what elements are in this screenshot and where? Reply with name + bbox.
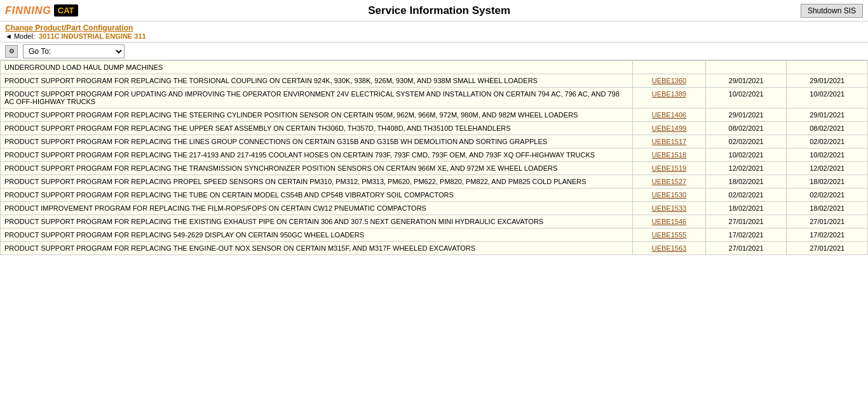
- issue-date-cell: 27/01/2021: [705, 215, 787, 228]
- description-cell: PRODUCT SUPPORT PROGRAM FOR REPLACING TH…: [1, 242, 633, 255]
- description-cell: PRODUCT SUPPORT PROGRAM FOR REPLACING TH…: [1, 215, 633, 228]
- document-link[interactable]: UEBE1530: [652, 191, 686, 199]
- navbar: ⚙ Go To: Select Section: [0, 43, 868, 60]
- revision-date-cell: 27/01/2021: [787, 242, 868, 255]
- description-cell: PRODUCT SUPPORT PROGRAM FOR REPLACING TH…: [1, 135, 633, 149]
- description-cell: PRODUCT SUPPORT PROGRAM FOR REPLACING TH…: [1, 149, 633, 162]
- revision-date-cell: 02/02/2021: [787, 188, 868, 202]
- cat-logo: CAT: [54, 4, 78, 17]
- document-link[interactable]: UEBE1360: [652, 77, 686, 84]
- shutdown-button[interactable]: Shutdown SIS: [801, 4, 863, 18]
- document-link[interactable]: UEBE1555: [652, 231, 686, 239]
- table-row: PRODUCT IMPROVEMENT PROGRAM FOR REPLACIN…: [1, 202, 868, 215]
- issue-date-cell: 08/02/2021: [705, 122, 787, 135]
- change-product-link[interactable]: Change Product/Part Configuration: [5, 23, 133, 32]
- description-cell: UNDERGROUND LOAD HAUL DUMP MACHINES: [1, 61, 633, 74]
- issue-date-cell: 18/02/2021: [705, 175, 787, 188]
- issue-date-cell: 18/02/2021: [705, 202, 787, 215]
- navigation-icon[interactable]: ⚙: [5, 45, 18, 58]
- document-cell[interactable]: UEBE1533: [633, 202, 706, 215]
- description-cell: PRODUCT IMPROVEMENT PROGRAM FOR REPLACIN…: [1, 202, 633, 215]
- revision-date-cell: 27/01/2021: [787, 215, 868, 228]
- description-cell: PRODUCT SUPPORT PROGRAM FOR REPLACING PR…: [1, 175, 633, 188]
- issue-date-cell: 02/02/2021: [705, 135, 787, 149]
- table-row: PRODUCT SUPPORT PROGRAM FOR REPLACING TH…: [1, 122, 868, 135]
- model-prefix: ◄ Model:: [5, 32, 35, 40]
- description-cell: PRODUCT SUPPORT PROGRAM FOR REPLACING TH…: [1, 74, 633, 88]
- document-cell[interactable]: UEBE1530: [633, 188, 706, 202]
- issue-date-cell: 12/02/2021: [705, 162, 787, 175]
- document-cell[interactable]: UEBE1518: [633, 149, 706, 162]
- table-row: PRODUCT SUPPORT PROGRAM FOR REPLACING PR…: [1, 175, 868, 188]
- document-cell[interactable]: UEBE1546: [633, 215, 706, 228]
- revision-date-cell: 12/02/2021: [787, 162, 868, 175]
- revision-date-cell: 17/02/2021: [787, 228, 868, 242]
- revision-date-cell: 10/02/2021: [787, 88, 868, 109]
- document-link[interactable]: UEBE1406: [652, 111, 686, 119]
- description-cell: PRODUCT SUPPORT PROGRAM FOR REPLACING TH…: [1, 162, 633, 175]
- goto-select[interactable]: Go To: Select Section: [23, 44, 125, 58]
- table-row: PRODUCT SUPPORT PROGRAM FOR REPLACING TH…: [1, 188, 868, 202]
- document-cell[interactable]: UEBE1360: [633, 74, 706, 88]
- model-value: 3011C INDUSTRIAL ENGINE 311: [39, 32, 146, 40]
- revision-date-cell: 10/02/2021: [787, 149, 868, 162]
- issue-date-cell: 10/02/2021: [705, 149, 787, 162]
- issue-date-cell: [705, 61, 787, 74]
- main-content[interactable]: UNDERGROUND LOAD HAUL DUMP MACHINESPRODU…: [0, 60, 868, 407]
- table-row: PRODUCT SUPPORT PROGRAM FOR REPLACING 54…: [1, 228, 868, 242]
- description-cell: PRODUCT SUPPORT PROGRAM FOR UPDATING AND…: [1, 88, 633, 109]
- table-row: PRODUCT SUPPORT PROGRAM FOR REPLACING TH…: [1, 215, 868, 228]
- issue-date-cell: 02/02/2021: [705, 188, 787, 202]
- revision-date-cell: 18/02/2021: [787, 175, 868, 188]
- revision-date-cell: 18/02/2021: [787, 202, 868, 215]
- table-row: PRODUCT SUPPORT PROGRAM FOR REPLACING TH…: [1, 242, 868, 255]
- document-cell[interactable]: UEBE1389: [633, 88, 706, 109]
- table-row: PRODUCT SUPPORT PROGRAM FOR REPLACING TH…: [1, 109, 868, 122]
- document-link[interactable]: UEBE1517: [652, 138, 686, 145]
- document-cell[interactable]: UEBE1555: [633, 228, 706, 242]
- header: FINNING CAT Service Information System S…: [0, 0, 868, 22]
- table-row: PRODUCT SUPPORT PROGRAM FOR REPLACING TH…: [1, 135, 868, 149]
- table-row: PRODUCT SUPPORT PROGRAM FOR REPLACING TH…: [1, 162, 868, 175]
- system-title: Service Information System: [78, 4, 801, 17]
- document-link[interactable]: UEBE1563: [652, 244, 686, 252]
- finning-logo: FINNING: [5, 5, 51, 17]
- issue-date-cell: 29/01/2021: [705, 74, 787, 88]
- revision-date-cell: 29/01/2021: [787, 109, 868, 122]
- description-cell: PRODUCT SUPPORT PROGRAM FOR REPLACING TH…: [1, 188, 633, 202]
- document-cell[interactable]: UEBE1563: [633, 242, 706, 255]
- document-cell[interactable]: UEBE1499: [633, 122, 706, 135]
- table-row: UNDERGROUND LOAD HAUL DUMP MACHINES: [1, 61, 868, 74]
- document-cell[interactable]: UEBE1517: [633, 135, 706, 149]
- issue-date-cell: 29/01/2021: [705, 109, 787, 122]
- revision-date-cell: [787, 61, 868, 74]
- description-cell: PRODUCT SUPPORT PROGRAM FOR REPLACING TH…: [1, 122, 633, 135]
- results-table: UNDERGROUND LOAD HAUL DUMP MACHINESPRODU…: [0, 60, 868, 255]
- document-cell[interactable]: UEBE1519: [633, 162, 706, 175]
- document-link[interactable]: UEBE1389: [652, 90, 686, 98]
- document-link[interactable]: UEBE1519: [652, 164, 686, 172]
- table-row: PRODUCT SUPPORT PROGRAM FOR REPLACING TH…: [1, 149, 868, 162]
- revision-date-cell: 29/01/2021: [787, 74, 868, 88]
- document-cell: [633, 61, 706, 74]
- issue-date-cell: 27/01/2021: [705, 242, 787, 255]
- document-cell[interactable]: UEBE1406: [633, 109, 706, 122]
- revision-date-cell: 08/02/2021: [787, 122, 868, 135]
- document-cell[interactable]: UEBE1527: [633, 175, 706, 188]
- document-link[interactable]: UEBE1499: [652, 124, 686, 132]
- issue-date-cell: 10/02/2021: [705, 88, 787, 109]
- document-link[interactable]: UEBE1533: [652, 204, 686, 212]
- document-link[interactable]: UEBE1527: [652, 178, 686, 185]
- subheader: Change Product/Part Configuration ◄ Mode…: [0, 22, 868, 43]
- table-row: PRODUCT SUPPORT PROGRAM FOR REPLACING TH…: [1, 74, 868, 88]
- issue-date-cell: 17/02/2021: [705, 228, 787, 242]
- document-link[interactable]: UEBE1546: [652, 218, 686, 225]
- document-link[interactable]: UEBE1518: [652, 151, 686, 159]
- logo-area: FINNING CAT: [5, 4, 78, 17]
- model-line: ◄ Model: 3011C INDUSTRIAL ENGINE 311: [5, 32, 863, 40]
- description-cell: PRODUCT SUPPORT PROGRAM FOR REPLACING TH…: [1, 109, 633, 122]
- description-cell: PRODUCT SUPPORT PROGRAM FOR REPLACING 54…: [1, 228, 633, 242]
- table-row: PRODUCT SUPPORT PROGRAM FOR UPDATING AND…: [1, 88, 868, 109]
- revision-date-cell: 02/02/2021: [787, 135, 868, 149]
